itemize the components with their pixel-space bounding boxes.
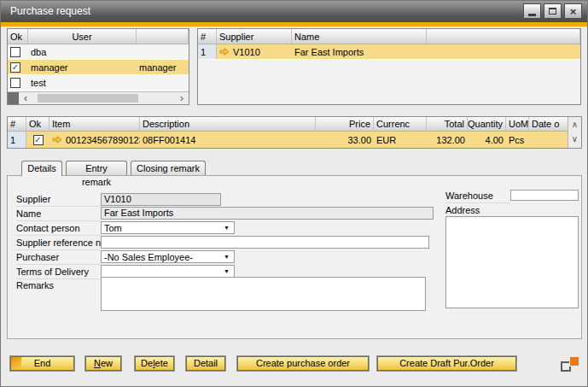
accent-bar <box>1 22 587 26</box>
user-ok-checkbox[interactable]: ✓ <box>10 62 20 73</box>
form-resize-icon[interactable] <box>561 357 579 372</box>
user-extra-cell[interactable] <box>137 75 189 90</box>
users-col-user: User <box>28 29 137 44</box>
delete-button[interactable]: Delete <box>135 356 174 371</box>
maximize-icon <box>549 8 556 15</box>
item-total-cell[interactable]: 132.00 <box>427 132 468 148</box>
minimize-icon <box>528 14 536 16</box>
window-title: Purchase request <box>10 5 90 17</box>
name-field: Far East Imports <box>101 207 434 220</box>
user-name-cell[interactable]: test <box>28 75 137 90</box>
items-col-ok: Ok <box>26 117 49 131</box>
suppliers-table-header: # Supplier Name <box>198 29 580 44</box>
user-extra-cell[interactable]: manager <box>137 60 189 74</box>
scroll-up-icon[interactable]: ∧ <box>568 117 581 132</box>
supplier-reference-label: Supplier reference nu <box>16 237 101 250</box>
items-col-num: # <box>8 117 26 131</box>
user-ok-checkbox[interactable] <box>10 78 20 88</box>
details-tab-pane: Supplier V1010 Name Far East Imports Con… <box>7 175 582 339</box>
users-col-extra <box>137 29 189 44</box>
users-col-ok: Ok <box>8 29 28 44</box>
chevron-down-icon: ▼ <box>224 254 231 260</box>
close-button[interactable]: × <box>564 3 582 19</box>
user-name-cell[interactable]: dba <box>28 44 137 59</box>
terms-of-delivery-dropdown[interactable]: ▼ <box>101 265 235 278</box>
create-purchase-order-button[interactable]: Create purchase order <box>237 356 369 371</box>
chevron-down-icon: ▼ <box>224 268 231 274</box>
tab-entry-remark[interactable]: Entry remark <box>66 161 127 175</box>
scrollbar-thumb[interactable] <box>38 94 138 103</box>
minimize-button[interactable] <box>523 3 541 19</box>
user-ok-checkbox[interactable] <box>10 47 20 57</box>
scroll-left-icon[interactable]: ‹ <box>19 92 32 104</box>
supplier-field: V1010 <box>101 193 221 206</box>
link-arrow-icon[interactable] <box>219 48 230 56</box>
address-textarea[interactable] <box>445 216 579 308</box>
supplier-label: Supplier <box>16 193 101 207</box>
contact-person-dropdown[interactable]: Tom ▼ <box>101 221 235 234</box>
end-button[interactable]: End <box>10 356 74 371</box>
scroll-down-icon[interactable]: ∨ <box>568 132 581 146</box>
table-row[interactable]: test <box>8 75 189 91</box>
chevron-down-icon: ▼ <box>224 225 231 231</box>
new-button[interactable]: New <box>85 356 121 371</box>
close-icon: × <box>570 6 577 17</box>
item-ok-cell: ✓ <box>26 132 49 148</box>
supplier-reference-input[interactable] <box>101 236 429 249</box>
item-uom-cell[interactable]: Pcs <box>506 132 529 148</box>
suppliers-col-supplier: Supplier <box>217 29 292 44</box>
grip-orange-square <box>570 357 579 366</box>
supplier-extra-cell[interactable] <box>427 44 580 59</box>
warehouse-label: Warehouse <box>445 190 493 203</box>
scrollbar-track[interactable] <box>32 92 175 104</box>
table-row[interactable]: dba <box>8 44 189 60</box>
item-price-cell[interactable]: 33.00 <box>316 132 374 148</box>
items-vertical-scrollbar[interactable]: ∧ ∨ <box>568 117 581 148</box>
detail-button[interactable]: Detail <box>186 356 225 371</box>
item-description-cell[interactable]: 08FF001414 <box>140 132 316 148</box>
item-currency-cell[interactable]: EUR <box>374 132 427 148</box>
window-controls: × <box>523 3 582 19</box>
table-row[interactable]: ✓ manager manager <box>8 60 189 75</box>
users-table-header: Ok User <box>8 29 189 44</box>
users-horizontal-scrollbar[interactable]: ‹ › <box>8 91 189 104</box>
item-row-number[interactable]: 1 <box>8 132 26 148</box>
terms-of-delivery-label: Terms of Delivery <box>16 266 101 279</box>
items-col-date: Date o <box>529 117 568 131</box>
supplier-code-cell[interactable]: V1010 <box>217 44 292 59</box>
supplier-name-cell[interactable]: Far East Imports <box>292 44 427 59</box>
name-label: Name <box>16 208 101 221</box>
purchase-request-window: Purchase request × Ok User dba ✓ <box>0 0 588 387</box>
item-code-cell[interactable]: 001234567890123456 <box>49 132 140 148</box>
suppliers-col-extra <box>427 29 580 44</box>
item-date-cell[interactable] <box>529 132 568 148</box>
item-ok-checkbox[interactable]: ✓ <box>33 135 44 145</box>
suppliers-col-name: Name <box>292 29 427 44</box>
remarks-textarea[interactable] <box>101 277 426 311</box>
table-row[interactable]: 1 ✓ 001234567890123456 08FF001414 33.00 … <box>8 132 568 148</box>
user-name-cell[interactable]: manager <box>28 60 137 74</box>
suppliers-table: # Supplier Name 1 V1010 Far East Imports <box>197 28 581 105</box>
items-col-quantity: Quantity <box>468 117 506 131</box>
tab-details[interactable]: Details <box>21 161 62 176</box>
tab-bar: Details Entry remark Closing remark <box>21 161 206 176</box>
warehouse-input[interactable] <box>510 190 579 201</box>
item-quantity-cell[interactable]: 4.00 <box>468 132 506 148</box>
items-col-uom: UoM <box>506 117 529 131</box>
contact-person-label: Contact person <box>16 222 101 236</box>
scroll-right-icon[interactable]: › <box>175 92 189 104</box>
items-col-total: Total <box>427 117 468 131</box>
create-draft-purchase-order-button[interactable]: Create Draft Pur.Order <box>377 356 516 371</box>
scrollbar-corner <box>8 92 19 104</box>
titlebar[interactable]: Purchase request × <box>1 1 587 22</box>
divider <box>445 202 510 203</box>
tab-closing-remark[interactable]: Closing remark <box>131 161 206 175</box>
items-table: # Ok Item Description Price Currenc Tota… <box>7 116 582 149</box>
maximize-button[interactable] <box>544 3 562 19</box>
table-row[interactable]: 1 V1010 Far East Imports <box>198 44 580 60</box>
purchaser-dropdown[interactable]: -No Sales Employee- ▼ <box>101 250 235 263</box>
items-table-header: # Ok Item Description Price Currenc Tota… <box>8 117 568 132</box>
supplier-row-number[interactable]: 1 <box>198 44 217 59</box>
link-arrow-icon[interactable] <box>52 136 62 144</box>
user-extra-cell[interactable] <box>137 44 189 59</box>
